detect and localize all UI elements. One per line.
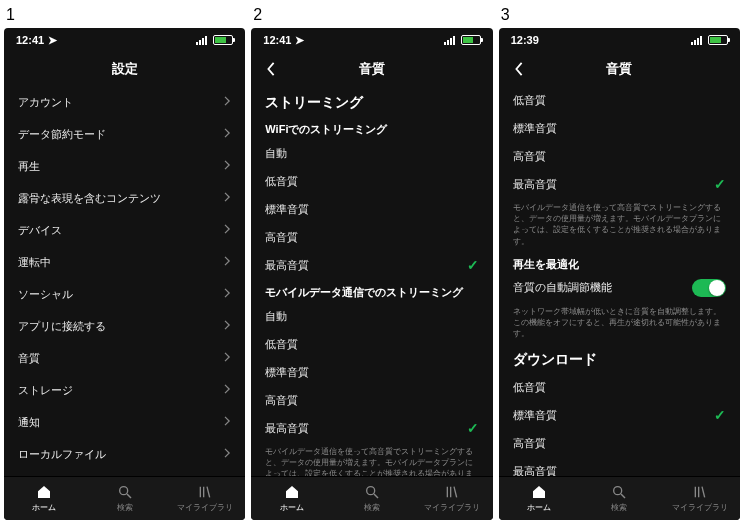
settings-row-connect-apps[interactable]: アプリに接続する: [18, 310, 231, 342]
settings-row-car[interactable]: 運転中: [18, 246, 231, 278]
opt-label: 高音質: [265, 393, 298, 408]
opt-dl-low[interactable]: 低音質: [513, 373, 726, 401]
tab-label: マイライブラリ: [424, 502, 480, 513]
status-bar: 12:39: [499, 28, 740, 52]
phone-screen-1: 12:41➤ 設定 アカウント データ節約モード 再生 露骨な表現を含むコンテン…: [4, 28, 245, 520]
tab-search[interactable]: 検索: [579, 477, 659, 520]
nav-header: 音質: [251, 52, 492, 86]
panel-number: 1: [4, 4, 245, 28]
settings-row-account[interactable]: アカウント: [18, 86, 231, 118]
row-label: ローカルファイル: [18, 447, 106, 462]
opt-wifi-low[interactable]: 低音質: [265, 167, 478, 195]
settings-row-audio-quality[interactable]: 音質: [18, 342, 231, 374]
subhead-optimize: 再生を最適化: [513, 251, 726, 274]
chevron-right-icon: [224, 96, 231, 108]
opt-cell-auto[interactable]: 自動: [265, 302, 478, 330]
fine-print: ネットワーク帯域幅が低いときに音質を自動調整します。この機能をオフにすると、再生…: [513, 302, 726, 344]
tab-search[interactable]: 検索: [84, 477, 164, 520]
row-label: 露骨な表現を含むコンテンツ: [18, 191, 161, 206]
tab-home[interactable]: ホーム: [251, 477, 331, 520]
settings-row-data-saver[interactable]: データ節約モード: [18, 118, 231, 150]
status-bar: 12:41➤: [4, 28, 245, 52]
opt-cell-veryhigh[interactable]: 最高音質✓: [513, 170, 726, 198]
phone-screen-3: 12:39 音質 低音質 標準音質 高音質 最高音質✓ モバイルデータ通信を使っ…: [499, 28, 740, 520]
opt-wifi-normal[interactable]: 標準音質: [265, 195, 478, 223]
chevron-right-icon: [224, 320, 231, 332]
opt-label: 標準音質: [513, 121, 557, 136]
opt-cell-normal[interactable]: 標準音質: [513, 114, 726, 142]
opt-dl-high[interactable]: 高音質: [513, 429, 726, 457]
signal-icon: [691, 36, 702, 45]
nav-header: 音質: [499, 52, 740, 86]
row-label: 運転中: [18, 255, 51, 270]
opt-cell-high[interactable]: 高音質: [513, 142, 726, 170]
settings-row-explicit[interactable]: 露骨な表現を含むコンテンツ: [18, 182, 231, 214]
opt-cell-low[interactable]: 低音質: [265, 330, 478, 358]
svg-line-14: [702, 487, 705, 498]
opt-cell-normal[interactable]: 標準音質: [265, 358, 478, 386]
nav-header: 設定: [4, 52, 245, 86]
tab-library[interactable]: マイライブラリ: [660, 477, 740, 520]
chevron-right-icon: [224, 352, 231, 364]
tab-label: ホーム: [527, 502, 551, 513]
svg-line-9: [454, 487, 457, 498]
tab-label: 検索: [611, 502, 627, 513]
page-title: 設定: [112, 60, 138, 78]
settings-row-local-files[interactable]: ローカルファイル: [18, 438, 231, 470]
chevron-right-icon: [224, 448, 231, 460]
opt-label: 低音質: [265, 174, 298, 189]
opt-label: 低音質: [513, 380, 546, 395]
row-label: ソーシャル: [18, 287, 73, 302]
tab-home[interactable]: ホーム: [4, 477, 84, 520]
row-label: 再生: [18, 159, 40, 174]
tab-label: 検索: [117, 502, 133, 513]
row-label: 音質: [18, 351, 40, 366]
signal-icon: [196, 36, 207, 45]
opt-cell-high[interactable]: 高音質: [265, 386, 478, 414]
tab-home[interactable]: ホーム: [499, 477, 579, 520]
settings-row-devices[interactable]: デバイス: [18, 214, 231, 246]
settings-row-notifications[interactable]: 通知: [18, 406, 231, 438]
row-label: アプリに接続する: [18, 319, 106, 334]
location-icon: ➤: [295, 34, 304, 47]
opt-wifi-auto[interactable]: 自動: [265, 139, 478, 167]
opt-label: 低音質: [513, 93, 546, 108]
opt-wifi-high[interactable]: 高音質: [265, 223, 478, 251]
fine-print: モバイルデータ通信を使って高音質でストリーミングすると、データの使用量が増えます…: [265, 442, 478, 476]
settings-row-storage[interactable]: ストレージ: [18, 374, 231, 406]
opt-dl-normal[interactable]: 標準音質✓: [513, 401, 726, 429]
tab-library[interactable]: マイライブラリ: [165, 477, 245, 520]
svg-point-5: [367, 487, 375, 495]
opt-label: 低音質: [265, 337, 298, 352]
tab-library[interactable]: マイライブラリ: [412, 477, 492, 520]
row-label: データ節約モード: [18, 127, 106, 142]
tab-label: ホーム: [32, 502, 56, 513]
settings-row-playback[interactable]: 再生: [18, 150, 231, 182]
opt-dl-veryhigh[interactable]: 最高音質: [513, 457, 726, 476]
opt-label: 標準音質: [513, 408, 557, 423]
opt-wifi-veryhigh[interactable]: 最高音質✓: [265, 251, 478, 279]
signal-icon: [444, 36, 455, 45]
back-button[interactable]: [509, 59, 529, 79]
row-label: 通知: [18, 415, 40, 430]
tab-search[interactable]: 検索: [332, 477, 412, 520]
chevron-right-icon: [224, 384, 231, 396]
back-button[interactable]: [261, 59, 281, 79]
opt-cell-veryhigh[interactable]: 最高音質✓: [265, 414, 478, 442]
subhead-wifi: WiFiでのストリーミング: [265, 116, 478, 139]
location-icon: ➤: [48, 34, 57, 47]
tab-label: マイライブラリ: [177, 502, 233, 513]
tab-label: マイライブラリ: [672, 502, 728, 513]
opt-label: 最高音質: [265, 258, 309, 273]
opt-label: 標準音質: [265, 202, 309, 217]
toggle-auto-adjust[interactable]: [692, 279, 726, 297]
svg-line-11: [621, 494, 625, 498]
battery-icon: [461, 35, 481, 45]
section-streaming: ストリーミング: [265, 86, 478, 116]
opt-label: 最高音質: [265, 421, 309, 436]
opt-cell-low[interactable]: 低音質: [513, 86, 726, 114]
chevron-right-icon: [224, 288, 231, 300]
settings-row-social[interactable]: ソーシャル: [18, 278, 231, 310]
row-label: アカウント: [18, 95, 73, 110]
chevron-right-icon: [224, 224, 231, 236]
